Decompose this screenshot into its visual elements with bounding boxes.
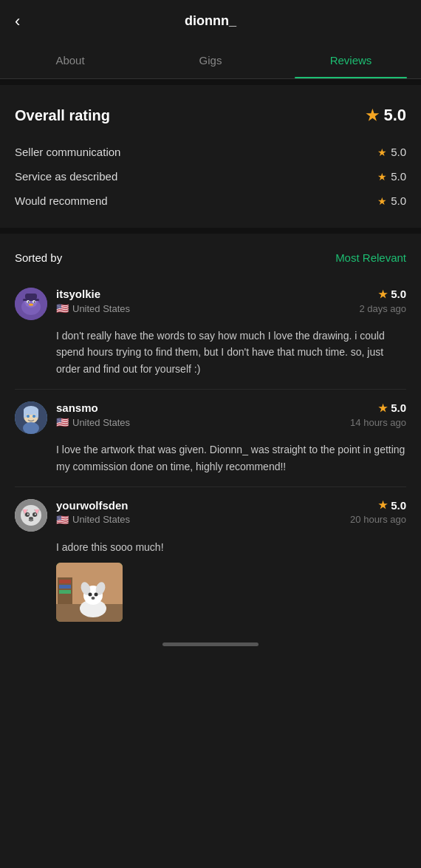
svg-point-28	[29, 517, 33, 520]
reviewer-location: 🇺🇸 United States	[56, 302, 130, 314]
review-header: itsyolkie ★ 5.0 🇺🇸 United States 2 days …	[15, 288, 406, 320]
review-time: 2 days ago	[359, 303, 406, 314]
review-header: yourwolfsden ★ 5.0 🇺🇸 United States 20 h…	[15, 499, 406, 532]
svg-point-41	[95, 593, 98, 597]
review-text: I adore this sooo much!	[56, 539, 406, 555]
would-recommend-label: Would recommend	[15, 194, 108, 207]
sort-section: Sorted by Most Relevant	[0, 234, 421, 276]
would-recommend-row: Would recommend ★ 5.0	[15, 189, 406, 213]
review-item: sansmo ★ 5.0 🇺🇸 United States 14 hours a…	[15, 390, 406, 487]
avatar	[15, 288, 47, 320]
svg-point-8	[34, 302, 35, 303]
back-button[interactable]: ‹	[15, 12, 20, 31]
review-meta: sansmo ★ 5.0 🇺🇸 United States 14 hours a…	[56, 401, 406, 428]
seller-communication-label: Seller communication	[15, 146, 120, 158]
reviewer-location: 🇺🇸 United States	[56, 514, 130, 526]
reviewer-name: itsyolkie	[56, 288, 100, 300]
scroll-bar	[162, 642, 259, 646]
svg-point-19	[21, 505, 41, 526]
tab-gigs[interactable]: Gigs	[140, 42, 281, 78]
svg-point-15	[27, 415, 30, 418]
section-divider-2	[0, 228, 421, 234]
flag-icon: 🇺🇸	[56, 416, 69, 428]
star-icon: ★	[377, 171, 387, 183]
review-item: itsyolkie ★ 5.0 🇺🇸 United States 2 days …	[15, 276, 406, 390]
header: ‹ dionnn_	[0, 0, 421, 42]
page-title: dionnn_	[185, 13, 236, 29]
svg-point-26	[27, 513, 29, 515]
flag-icon: 🇺🇸	[56, 302, 69, 314]
seller-communication-value: ★ 5.0	[377, 146, 406, 158]
review-time: 14 hours ago	[350, 417, 406, 428]
star-icon: ★	[377, 146, 387, 158]
svg-rect-33	[59, 580, 71, 583]
svg-point-9	[29, 304, 33, 306]
section-divider	[0, 79, 421, 85]
flag-icon: 🇺🇸	[56, 514, 69, 526]
svg-rect-34	[59, 585, 71, 589]
svg-point-7	[28, 302, 30, 303]
overall-rating-label: Overall rating	[15, 107, 110, 124]
seller-communication-row: Seller communication ★ 5.0	[15, 140, 406, 164]
reviewer-rating: ★ 5.0	[378, 288, 406, 300]
svg-point-42	[92, 597, 95, 600]
svg-point-40	[89, 593, 92, 597]
sort-value[interactable]: Most Relevant	[335, 251, 406, 264]
would-recommend-value: ★ 5.0	[377, 194, 406, 207]
avatar	[15, 499, 47, 532]
scroll-indicator	[0, 634, 421, 658]
overall-rating-section: Overall rating ★ 5.0 Seller communicatio…	[0, 85, 421, 228]
overall-star-icon: ★	[366, 106, 379, 124]
star-icon: ★	[378, 402, 388, 414]
svg-rect-35	[59, 590, 71, 594]
svg-point-27	[35, 513, 36, 515]
service-as-described-label: Service as described	[15, 170, 117, 183]
reviewer-name: sansmo	[56, 401, 98, 414]
reviewer-name: yourwolfsden	[56, 499, 129, 512]
review-item: yourwolfsden ★ 5.0 🇺🇸 United States 20 h…	[15, 487, 406, 634]
overall-rating-value: ★ 5.0	[366, 106, 406, 125]
review-time: 20 hours ago	[350, 514, 406, 525]
reviewer-location: 🇺🇸 United States	[56, 416, 130, 428]
review-header: sansmo ★ 5.0 🇺🇸 United States 14 hours a…	[15, 401, 406, 434]
svg-rect-14	[35, 409, 38, 418]
svg-point-16	[32, 415, 35, 418]
avatar	[15, 401, 47, 434]
review-text: I love the artwork that was given. Dionn…	[56, 441, 406, 475]
tab-bar: About Gigs Reviews	[0, 42, 421, 79]
tab-about[interactable]: About	[0, 42, 140, 78]
reviewer-rating: ★ 5.0	[378, 401, 406, 414]
reviewer-rating: ★ 5.0	[378, 499, 406, 512]
review-meta: yourwolfsden ★ 5.0 🇺🇸 United States 20 h…	[56, 499, 406, 526]
service-as-described-value: ★ 5.0	[377, 170, 406, 183]
tab-reviews[interactable]: Reviews	[281, 42, 421, 78]
svg-rect-4	[25, 294, 37, 299]
review-meta: itsyolkie ★ 5.0 🇺🇸 United States 2 days …	[56, 288, 406, 314]
star-icon: ★	[378, 288, 388, 300]
star-icon: ★	[378, 499, 388, 511]
reviews-list: itsyolkie ★ 5.0 🇺🇸 United States 2 days …	[0, 276, 421, 634]
svg-rect-13	[24, 409, 27, 418]
sort-label: Sorted by	[15, 251, 62, 264]
star-icon: ★	[377, 195, 387, 207]
review-image	[56, 563, 123, 622]
review-text: I don't really have the words to say how…	[56, 328, 406, 377]
svg-point-17	[23, 422, 39, 434]
service-as-described-row: Service as described ★ 5.0	[15, 164, 406, 189]
